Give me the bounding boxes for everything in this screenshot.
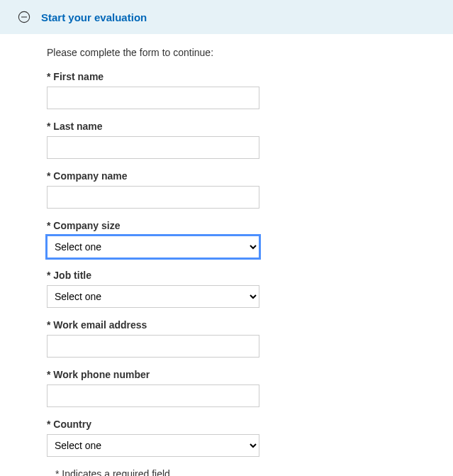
label-company-name: * Company name	[47, 170, 436, 182]
required-note: * Indicates a required field	[55, 468, 436, 476]
label-last-name: * Last name	[47, 121, 436, 132]
collapse-icon	[17, 10, 31, 24]
form-instruction: Please complete the form to continue:	[47, 47, 436, 58]
header-title: Start your evaluation	[41, 11, 147, 23]
field-work-email: * Work email address	[47, 319, 436, 358]
label-work-email: * Work email address	[47, 319, 436, 331]
label-country: * Country	[47, 419, 436, 430]
select-job-title[interactable]: Select one	[47, 285, 259, 308]
field-work-phone: * Work phone number	[47, 369, 436, 407]
label-first-name: * First name	[47, 71, 436, 82]
field-country: * Country Select one	[47, 419, 436, 457]
field-first-name: * First name	[47, 71, 436, 109]
select-country[interactable]: Select one	[47, 434, 259, 457]
form-container: Please complete the form to continue: * …	[0, 34, 453, 476]
input-last-name[interactable]	[47, 136, 259, 159]
field-job-title: * Job title Select one	[47, 270, 436, 308]
label-job-title: * Job title	[47, 270, 436, 281]
input-company-name[interactable]	[47, 186, 259, 209]
input-work-email[interactable]	[47, 335, 259, 358]
field-company-size: * Company size Select one	[47, 220, 436, 258]
label-work-phone: * Work phone number	[47, 369, 436, 380]
select-company-size[interactable]: Select one	[47, 236, 259, 258]
label-company-size: * Company size	[47, 220, 436, 231]
form-header[interactable]: Start your evaluation	[0, 0, 453, 34]
field-company-name: * Company name	[47, 170, 436, 209]
input-first-name[interactable]	[47, 87, 259, 109]
field-last-name: * Last name	[47, 121, 436, 159]
input-work-phone[interactable]	[47, 384, 259, 407]
